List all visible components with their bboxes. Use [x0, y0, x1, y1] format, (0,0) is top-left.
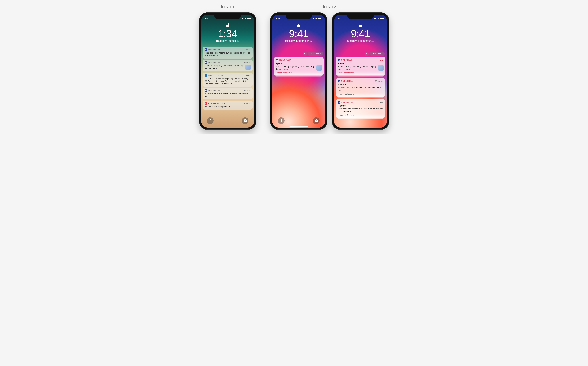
statusbar-time: 9:41 — [205, 17, 209, 20]
notification-time: 10 min ago — [375, 80, 383, 82]
app-name: MIXED MEDIA — [341, 59, 353, 61]
app-name: MIXED MEDIA — [208, 49, 220, 51]
show-less-button[interactable]: Show less — [308, 52, 323, 56]
lock-date: Thursday, August 31 — [216, 39, 240, 42]
chevron-up-icon — [382, 53, 383, 54]
thumbnail — [245, 65, 251, 70]
signal-icon — [374, 18, 376, 19]
app-icon: m — [205, 61, 207, 64]
notification-list[interactable]: ✕ Show less mMIXED MEDIAnowSportsPatriot… — [274, 52, 324, 117]
signal-icon — [312, 18, 314, 19]
app-icon: m — [205, 89, 207, 92]
close-button[interactable]: ✕ — [303, 52, 307, 56]
thumbnail — [378, 65, 384, 70]
notification-body: We could have two Atlantic hurricanes by… — [205, 93, 251, 98]
notification-card[interactable]: PPIONEER AIRLINES8:30 AMYour seat has ch… — [203, 101, 252, 110]
app-name: MIXED MEDIA — [341, 101, 353, 103]
app-name: MIXED MEDIA — [208, 61, 220, 63]
notification-body: Your seat has changed to 2F — [205, 106, 251, 108]
notification-card[interactable]: mMIXED MEDIANOWTesla bond hits record lo… — [203, 47, 252, 59]
app-icon: m — [276, 59, 278, 61]
wifi-icon — [244, 17, 246, 19]
phone-ios12-a: 9:41 9:41 Tuesday, September 12 — [270, 12, 327, 130]
lock-time: 9:41 — [351, 29, 370, 39]
svg-point-2 — [244, 120, 246, 122]
more-notifications[interactable]: 5 more notifications — [337, 72, 384, 74]
more-notifications[interactable]: 13 more notifications — [276, 72, 322, 74]
svg-point-5 — [315, 120, 317, 122]
unlock-icon — [297, 23, 300, 27]
battery-icon — [380, 18, 384, 19]
notification-body: Tesla bond hits record low, stock slips … — [337, 107, 384, 113]
notification-card[interactable]: mMIXED MEDIA9:20 AMPatriots; Brady says … — [203, 60, 252, 71]
more-notifications[interactable]: 3 more notifications — [337, 93, 384, 95]
thumbnail — [316, 65, 322, 70]
notification-title: Sports — [276, 62, 322, 65]
notch — [347, 15, 374, 19]
flashlight-button[interactable] — [278, 117, 285, 124]
app-icon: ✦ — [205, 74, 207, 77]
more-notifications[interactable]: 3 more notifications — [337, 114, 384, 116]
app-name: MIXED MEDIA — [279, 59, 291, 61]
app-name: PIONEER AIRLINES — [208, 102, 225, 104]
app-name: OUTFITTERS, INC — [208, 74, 224, 76]
svg-rect-4 — [315, 120, 317, 120]
notification-time: 8:30 AM — [244, 102, 251, 104]
show-less-label: Show less — [372, 53, 381, 55]
phone-ios12-b: 9:41 9:41 Tuesday, September 12 — [332, 12, 389, 130]
notification-title: Sports — [337, 62, 384, 65]
app-icon: m — [205, 48, 207, 51]
battery-icon — [318, 18, 322, 19]
lock-time: 9:41 — [289, 29, 308, 39]
notification-time: NOW — [246, 49, 251, 51]
notification-list[interactable]: mMIXED MEDIANOWTesla bond hits record lo… — [203, 47, 252, 117]
signal-icon — [241, 18, 243, 19]
app-name: MIXED MIEDA — [341, 80, 353, 82]
statusbar-time: 9:41 — [276, 17, 280, 20]
close-button[interactable]: ✕ — [364, 52, 369, 56]
flashlight-button[interactable] — [207, 117, 214, 124]
notification-body: Patriots; Brady says his goal is still t… — [205, 65, 244, 70]
wifi-icon — [315, 17, 318, 19]
app-icon: m — [337, 59, 340, 61]
statusbar-time: 9:41 — [337, 17, 342, 20]
notification-time: now — [319, 59, 321, 61]
notification-card[interactable]: mMIXED MEDIA9:45 AMWe could have two Atl… — [203, 88, 252, 99]
notification-time: now — [380, 101, 383, 103]
svg-rect-1 — [244, 120, 246, 120]
notification-time: now — [380, 59, 383, 61]
notification-card[interactable]: ✦OUTFITTERS, INC9:30 AMThere's still 30%… — [203, 73, 252, 87]
camera-button[interactable] — [242, 117, 249, 124]
notch — [286, 15, 312, 19]
notification-time: 9:20 AM — [244, 61, 251, 63]
camera-button[interactable] — [313, 117, 320, 124]
lock-date: Tuesday, September 12 — [347, 39, 374, 42]
notification-body: There's still 30% off everything, but no… — [205, 77, 251, 85]
notification-time: 9:45 AM — [244, 90, 251, 92]
show-less-button[interactable]: Show less — [370, 52, 385, 56]
phone-ios11: 9:41 1:34 Thursday, August 31 mMIXED MED… — [199, 12, 256, 130]
ios12-label: iOS 12 — [323, 5, 336, 10]
notification-group[interactable]: mMIXED MIEDA10 min agoWeatherWe could ha… — [336, 78, 385, 97]
notification-group[interactable]: mMIXED MEDIAnowSportsPatriots; Brady say… — [274, 57, 324, 76]
notification-group[interactable]: mMIXED MEDIAnowFinanceTesla bond hits re… — [336, 99, 385, 118]
lock-date: Tuesday, September 12 — [285, 39, 313, 42]
wifi-icon — [377, 17, 379, 19]
notification-group[interactable]: mMIXED MEDIAnowSportsPatriots; Brady say… — [336, 57, 385, 76]
chevron-up-icon — [320, 53, 321, 54]
battery-icon — [247, 18, 251, 19]
home-indicator[interactable] — [290, 126, 308, 127]
ios12-column: iOS 12 9:41 9:41 — [270, 5, 389, 130]
notification-body: We could have two Atlantic hurricanes by… — [337, 86, 384, 92]
ios11-column: iOS 11 9:41 1:34 Thursday, August 31 mMI — [199, 5, 256, 130]
notification-body: Patriots; Brady says his goal is still t… — [276, 65, 315, 70]
notification-list[interactable]: ✕ Show less mMIXED MEDIAnowSportsPatriot… — [336, 52, 385, 126]
notification-title: Finance — [337, 105, 384, 107]
notification-title: Weather — [337, 83, 384, 86]
notification-body: Tesla bond hits record low, stock slips … — [205, 52, 251, 57]
show-less-label: Show less — [310, 53, 319, 55]
notification-body: Patriots; Brady says his goal is still t… — [337, 65, 377, 70]
app-name: MIXED MEDIA — [208, 90, 220, 92]
lock-icon — [226, 23, 229, 27]
app-icon: P — [205, 102, 207, 105]
